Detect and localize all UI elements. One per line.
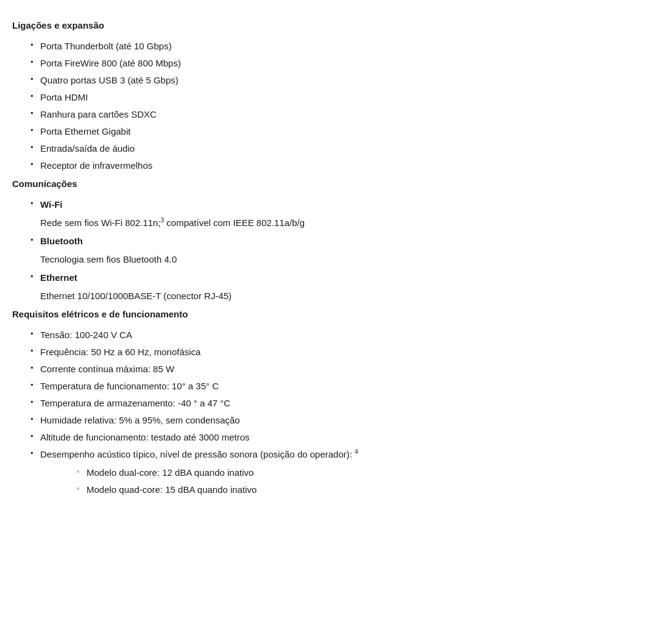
section-title-ligacoes: Ligações e expansão	[12, 18, 646, 33]
requisitos-list: Tensão: 100-240 V CA Frequência: 50 Hz a…	[12, 328, 646, 497]
list-item: Corrente contínua máxima: 85 W	[30, 362, 646, 377]
list-item: Quatro portas USB 3 (até 5 Gbps)	[30, 73, 646, 88]
list-item: Receptor de infravermelhos	[30, 158, 646, 173]
section-requisitos: Requisitos elétricos e de funcionamento …	[12, 307, 646, 497]
ethernet-list: Ethernet	[12, 271, 646, 285]
list-item: Porta Thunderbolt (até 10 Gbps)	[30, 39, 646, 54]
bluetooth-list: Bluetooth	[12, 234, 646, 249]
list-item: Tensão: 100-240 V CA	[30, 328, 646, 342]
comunicacoes-list: Wi-Fi	[12, 197, 646, 212]
list-item-wifi: Wi-Fi	[30, 197, 646, 212]
wifi-description: Rede sem fios Wi-Fi 802.11n;3 compatível…	[12, 216, 646, 230]
list-item: Porta Ethernet Gigabit	[30, 124, 646, 139]
list-item: Ranhura para cartões SDXC	[30, 107, 646, 122]
list-item: Modelo dual-core: 12 dBA quando inativo	[77, 465, 646, 480]
ligacoes-list: Porta Thunderbolt (até 10 Gbps) Porta Fi…	[12, 39, 646, 173]
list-item: Altitude de funcionamento: testado até 3…	[30, 430, 646, 445]
acoustic-sublist: Modelo dual-core: 12 dBA quando inativo …	[40, 465, 646, 497]
list-item-bluetooth: Bluetooth	[30, 234, 646, 249]
section-ligacoes: Ligações e expansão Porta Thunderbolt (a…	[12, 18, 646, 173]
wifi-sup: 3	[161, 217, 164, 224]
list-item: Entrada/saída de áudio	[30, 141, 646, 156]
list-item: Temperatura de funcionamento: 10° a 35° …	[30, 379, 646, 394]
section-title-requisitos: Requisitos elétricos e de funcionamento	[12, 307, 646, 322]
acoustic-sup: 4	[355, 448, 358, 455]
list-item: Humidade relativa: 5% a 95%, sem condens…	[30, 413, 646, 428]
list-item: Frequência: 50 Hz a 60 Hz, monofásica	[30, 345, 646, 359]
list-item: Porta FireWire 800 (até 800 Mbps)	[30, 56, 646, 71]
list-item: Porta HDMI	[30, 90, 646, 105]
list-item: Temperatura de armazenamento: -40 ° a 47…	[30, 396, 646, 411]
ethernet-description: Ethernet 10/100/1000BASE-T (conector RJ-…	[12, 289, 646, 303]
section-title-comunicacoes: Comunicações	[12, 177, 646, 191]
list-item-acoustic: Desempenho acústico típico, nível de pre…	[30, 447, 646, 497]
list-item: Modelo quad-core: 15 dBA quando inativo	[77, 483, 646, 497]
bluetooth-description: Tecnologia sem fios Bluetooth 4.0	[12, 252, 646, 267]
section-comunicacoes: Comunicações Wi-Fi Rede sem fios Wi-Fi 8…	[12, 177, 646, 303]
list-item-ethernet: Ethernet	[30, 271, 646, 285]
page-content: Ligações e expansão Porta Thunderbolt (a…	[12, 18, 646, 497]
